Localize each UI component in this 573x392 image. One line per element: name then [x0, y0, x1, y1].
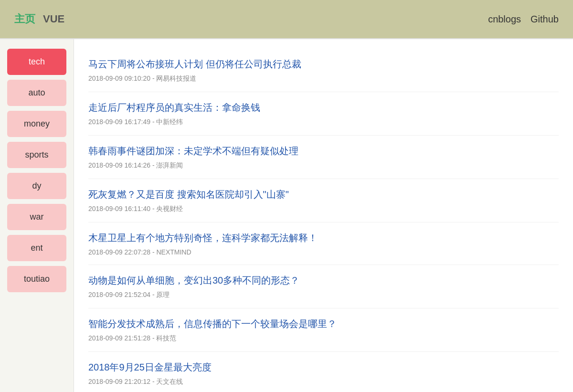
- news-item: 动物是如何从单细胞，变幻出30多种不同的形态？2018-09-09 21:52:…: [88, 265, 559, 308]
- sidebar-item-tech[interactable]: tech: [7, 49, 66, 75]
- news-meta: 2018-09-09 22:07:28 - NEXTMIND: [88, 248, 559, 256]
- sidebar-item-sports[interactable]: sports: [7, 142, 66, 168]
- news-content: 马云下周将公布接班人计划 但仍将任公司执行总裁2018-09-09 09:10:…: [74, 39, 573, 392]
- cnblogs-link[interactable]: cnblogs: [488, 14, 521, 25]
- main-layout: techautomoneysportsdywarenttoutiao 马云下周将…: [0, 39, 573, 392]
- sidebar-item-dy[interactable]: dy: [7, 173, 66, 199]
- news-title[interactable]: 木星卫星上有个地方特别奇怪，连科学家都无法解释！: [88, 231, 559, 244]
- header-left: 主页 VUE: [14, 12, 64, 26]
- vue-label: VUE: [43, 13, 64, 25]
- news-title[interactable]: 智能分发技术成熟后，信息传播的下一个较量场会是哪里？: [88, 317, 559, 330]
- news-item: 韩春雨事件谜团加深：未定学术不端但有疑似处理2018-09-09 16:14:2…: [88, 136, 559, 179]
- sidebar-item-war[interactable]: war: [7, 204, 66, 230]
- news-meta: 2018-09-09 09:10:20 - 网易科技报道: [88, 74, 559, 83]
- news-item: 木星卫星上有个地方特别奇怪，连科学家都无法解释！2018-09-09 22:07…: [88, 222, 559, 265]
- news-meta: 2018-09-09 21:51:28 - 科技范: [88, 334, 559, 343]
- sidebar-item-money[interactable]: money: [7, 111, 66, 137]
- header: 主页 VUE cnblogs Github: [0, 0, 573, 38]
- news-title[interactable]: 死灰复燃？又是百度 搜索知名医院却引入"山寨": [88, 188, 559, 201]
- news-meta: 2018-09-09 16:17:49 - 中新经纬: [88, 118, 559, 127]
- news-meta: 2018-09-09 21:52:04 - 原理: [88, 291, 559, 299]
- sidebar-item-ent[interactable]: ent: [7, 235, 66, 261]
- news-item: 马云下周将公布接班人计划 但仍将任公司执行总裁2018-09-09 09:10:…: [88, 49, 559, 92]
- header-right: cnblogs Github: [488, 14, 559, 25]
- home-link[interactable]: 主页: [14, 12, 35, 26]
- news-title[interactable]: 动物是如何从单细胞，变幻出30多种不同的形态？: [88, 274, 559, 287]
- sidebar: techautomoneysportsdywarenttoutiao: [0, 39, 74, 392]
- news-item: 智能分发技术成熟后，信息传播的下一个较量场会是哪里？2018-09-09 21:…: [88, 308, 559, 352]
- news-title[interactable]: 2018年9月25日金星最大亮度: [88, 360, 559, 374]
- news-meta: 2018-09-09 21:20:12 - 天文在线: [88, 378, 559, 386]
- news-item: 2018年9月25日金星最大亮度2018-09-09 21:20:12 - 天文…: [88, 352, 559, 392]
- sidebar-item-toutiao[interactable]: toutiao: [7, 266, 66, 292]
- news-title[interactable]: 走近后厂村程序员的真实生活：拿命换钱: [88, 101, 559, 114]
- sidebar-item-auto[interactable]: auto: [7, 80, 66, 106]
- news-title[interactable]: 韩春雨事件谜团加深：未定学术不端但有疑似处理: [88, 144, 559, 158]
- news-meta: 2018-09-09 16:14:26 - 澎湃新闻: [88, 161, 559, 170]
- news-meta: 2018-09-09 16:11:40 - 央视财经: [88, 205, 559, 213]
- news-title[interactable]: 马云下周将公布接班人计划 但仍将任公司执行总裁: [88, 57, 559, 71]
- news-item: 死灰复燃？又是百度 搜索知名医院却引入"山寨"2018-09-09 16:11:…: [88, 179, 559, 222]
- news-item: 走近后厂村程序员的真实生活：拿命换钱2018-09-09 16:17:49 - …: [88, 92, 559, 136]
- github-link[interactable]: Github: [531, 14, 559, 25]
